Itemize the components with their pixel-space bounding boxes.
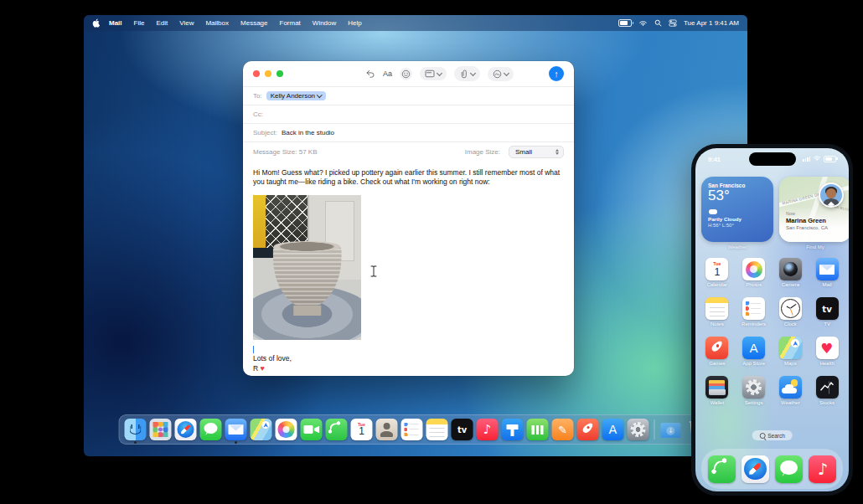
iphone-app-calendar[interactable]: Tue1Calendar bbox=[705, 258, 728, 287]
iphone-app-mail[interactable]: Mail bbox=[816, 258, 839, 287]
format-text-button[interactable]: Aa bbox=[383, 69, 392, 78]
header-fields-button[interactable] bbox=[420, 67, 447, 80]
cc-field[interactable]: Cc: bbox=[243, 105, 574, 123]
reminders-icon bbox=[742, 297, 765, 320]
iphone-app-reminders[interactable]: Reminders bbox=[742, 297, 766, 327]
iphone-app-stocks[interactable]: Stocks bbox=[816, 376, 839, 405]
ibeam-cursor bbox=[370, 265, 377, 280]
weather-widget[interactable]: San Francisco 53° Partly Cloudy H:56° L:… bbox=[701, 177, 773, 242]
dock-item-launchpad[interactable] bbox=[149, 415, 173, 444]
weather-condition: Partly Cloudy bbox=[708, 216, 767, 222]
numbers-icon bbox=[527, 419, 549, 440]
apple-menu-icon[interactable] bbox=[92, 18, 100, 28]
finder-icon bbox=[125, 419, 147, 440]
dock-item-calendar[interactable]: Tue1 bbox=[350, 415, 374, 444]
dock-item-notes[interactable] bbox=[426, 415, 449, 444]
findmy-widget-label: Find My bbox=[779, 244, 849, 249]
dock-item-facetime[interactable] bbox=[300, 415, 323, 444]
dock-item-keynote[interactable] bbox=[501, 415, 525, 444]
iphone-app-health[interactable]: Health bbox=[816, 337, 839, 366]
iphone-app-settings[interactable]: Settings bbox=[742, 376, 765, 405]
insert-media-button[interactable] bbox=[488, 67, 514, 81]
pottery-photo-attachment[interactable] bbox=[253, 195, 361, 340]
attach-file-button[interactable] bbox=[454, 66, 480, 81]
menu-bar-clock[interactable]: Tue Apr 1 9:41 AM bbox=[684, 19, 739, 27]
undo-icon[interactable] bbox=[365, 69, 375, 79]
menu-mailbox[interactable]: Mailbox bbox=[199, 19, 235, 27]
iphone-app-weatherapp[interactable]: Weather bbox=[779, 376, 802, 405]
menu-help[interactable]: Help bbox=[342, 19, 367, 27]
text-caret bbox=[253, 346, 254, 353]
iphone-app-appstore[interactable]: App Store bbox=[742, 337, 765, 366]
spotlight-search-icon[interactable] bbox=[654, 19, 662, 27]
dock-item-settings[interactable] bbox=[627, 415, 650, 444]
dock-item-pages[interactable] bbox=[551, 415, 575, 444]
dock-item-music[interactable] bbox=[476, 415, 499, 444]
iphone-app-tv[interactable]: TV bbox=[816, 297, 839, 327]
iphone-dock-music[interactable] bbox=[809, 455, 836, 483]
control-center-icon[interactable] bbox=[669, 19, 677, 27]
dock-item-photos[interactable] bbox=[275, 415, 298, 444]
battery-icon[interactable] bbox=[618, 19, 632, 27]
iphone-app-maps[interactable]: Maps bbox=[779, 337, 802, 366]
cc-label: Cc: bbox=[253, 111, 263, 118]
games-icon bbox=[577, 419, 599, 440]
subject-field[interactable]: Subject: Back in the studio bbox=[243, 123, 574, 141]
dock-item-phone[interactable] bbox=[325, 415, 349, 444]
image-size-label: Image Size: bbox=[465, 148, 500, 156]
menu-file[interactable]: File bbox=[128, 19, 151, 27]
iphone-dock-phone[interactable] bbox=[708, 455, 736, 483]
to-field[interactable]: To: Kelly Anderson bbox=[243, 86, 574, 105]
dock-item-contacts[interactable] bbox=[375, 415, 399, 444]
pages-icon bbox=[552, 419, 574, 440]
dock-item-messages[interactable] bbox=[199, 415, 223, 444]
minimize-button[interactable] bbox=[265, 70, 271, 77]
mail-compose-window: Aa ↑ bbox=[243, 61, 574, 376]
find-my-widget[interactable]: MARINA GREEN DR MARINA BLVD Now Marina G… bbox=[779, 177, 849, 242]
recipient-token[interactable]: Kelly Anderson bbox=[266, 91, 326, 100]
menu-edit[interactable]: Edit bbox=[150, 19, 173, 27]
emoji-button[interactable] bbox=[400, 68, 412, 80]
camera-icon bbox=[779, 258, 802, 280]
wifi-icon[interactable] bbox=[638, 20, 648, 27]
iphone-app-notes[interactable]: Notes bbox=[705, 297, 728, 327]
iphone-dock-messages[interactable] bbox=[775, 455, 803, 483]
dock-item-tv[interactable] bbox=[451, 415, 474, 444]
message-body[interactable]: Hi Mom! Guess what? I picked up pottery … bbox=[243, 162, 574, 374]
reminders-icon bbox=[401, 419, 423, 440]
menu-format[interactable]: Format bbox=[274, 19, 307, 27]
iphone-clock: 9:41 bbox=[708, 156, 721, 163]
send-button[interactable]: ↑ bbox=[549, 66, 564, 81]
iphone-dock-safari[interactable] bbox=[742, 455, 769, 483]
dock-item-finder[interactable] bbox=[124, 415, 147, 444]
dock-item-appstore[interactable] bbox=[602, 415, 625, 444]
iphone-app-label: Stocks bbox=[819, 400, 835, 405]
menu-window[interactable]: Window bbox=[307, 19, 342, 27]
menu-message[interactable]: Message bbox=[235, 19, 273, 27]
safari-icon bbox=[742, 455, 769, 483]
iphone-app-clock[interactable]: Clock bbox=[779, 297, 802, 327]
image-size-select[interactable]: Small bbox=[509, 146, 564, 158]
dock-item-downloads[interactable] bbox=[659, 415, 683, 444]
iphone-search-pill[interactable]: Search bbox=[752, 430, 793, 440]
menu-view[interactable]: View bbox=[173, 19, 199, 27]
iphone-app-games[interactable]: Games bbox=[705, 337, 728, 366]
mail-icon bbox=[816, 258, 839, 280]
settings-icon bbox=[628, 419, 649, 440]
iphone-app-camera[interactable]: Camera bbox=[779, 258, 802, 287]
dock-item-safari[interactable] bbox=[174, 415, 198, 444]
mac-dock: Tue1 bbox=[119, 414, 713, 445]
dock-item-numbers[interactable] bbox=[526, 415, 550, 444]
dock-item-maps[interactable] bbox=[250, 415, 273, 444]
iphone-app-photos[interactable]: Photos bbox=[742, 258, 765, 287]
menu-mail[interactable]: Mail bbox=[103, 19, 128, 27]
mac-menu-bar: MailFileEditViewMailboxMessageFormatWind… bbox=[84, 15, 747, 31]
screenshot-stage: MailFileEditViewMailboxMessageFormatWind… bbox=[0, 0, 863, 504]
dock-item-mail[interactable] bbox=[225, 415, 248, 444]
close-button[interactable] bbox=[253, 70, 260, 77]
dock-item-reminders[interactable] bbox=[400, 415, 424, 444]
zoom-button[interactable] bbox=[276, 70, 283, 77]
dock-item-games[interactable] bbox=[576, 415, 600, 444]
iphone-app-wallet[interactable]: Wallet bbox=[705, 376, 728, 405]
appstore-icon bbox=[602, 419, 624, 440]
